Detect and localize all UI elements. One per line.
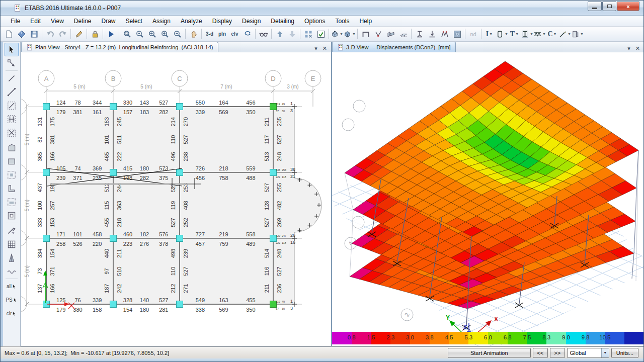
move-down[interactable]: [286, 28, 298, 40]
toolbar-separator: [255, 29, 256, 39]
maximize-button[interactable]: [602, 2, 616, 11]
draw-wall-tool[interactable]: [5, 182, 19, 195]
quick-draw-wall[interactable]: [5, 195, 19, 209]
step-forward-button[interactable]: >>: [550, 348, 565, 358]
view-elevation[interactable]: elv: [228, 28, 241, 40]
toolbar-separator: [119, 29, 119, 39]
panel-section[interactable]: ▼: [571, 28, 584, 40]
menu-define[interactable]: Define: [69, 16, 97, 26]
draw-frame[interactable]: [359, 28, 372, 40]
svg-text:115: 115: [104, 201, 110, 210]
rubber-band-zoom[interactable]: [121, 28, 133, 40]
frame-hinge[interactable]: [438, 28, 451, 40]
zoom-in[interactable]: [158, 28, 171, 40]
undo[interactable]: [44, 28, 56, 40]
i-section[interactable]: I▼: [483, 28, 496, 40]
draw-joint-check[interactable]: [372, 28, 384, 40]
quick-draw-floor[interactable]: [5, 168, 19, 182]
open-file[interactable]: [15, 28, 28, 40]
rect-section[interactable]: ▼: [496, 28, 508, 40]
view-3d-tab[interactable]: 3-D View - Displacements (DCon2) [mm]: [332, 42, 456, 52]
menu-view[interactable]: View: [46, 16, 69, 26]
select-previous[interactable]: PS: [5, 293, 19, 307]
select-all[interactable]: all: [5, 280, 19, 293]
draw-slant[interactable]: ▼: [558, 28, 571, 40]
previous-zoom[interactable]: [146, 28, 158, 40]
draw-floor-rect[interactable]: [5, 154, 19, 168]
coord-system-select[interactable]: Global ▼: [567, 348, 609, 358]
menu-tools[interactable]: Tools: [330, 16, 354, 26]
quick-draw-secondary-beams[interactable]: [5, 112, 19, 126]
menu-help[interactable]: Help: [354, 16, 377, 26]
start-animation-button[interactable]: Start Animation: [448, 348, 531, 358]
tower-tool[interactable]: [5, 251, 19, 264]
menu-assign[interactable]: Assign: [147, 16, 176, 26]
channel-section[interactable]: C▼: [546, 28, 558, 40]
view3d-dropdown-icon[interactable]: ▾: [627, 45, 630, 52]
point-load[interactable]: [426, 28, 438, 40]
plan-dropdown-icon[interactable]: ▾: [314, 45, 317, 52]
units-button[interactable]: Units...: [611, 348, 638, 358]
draw-floor-poly[interactable]: [5, 141, 19, 154]
plan-canvas[interactable]: ABCDE5 (m)5 (m)7 (m)3 (m)5 (m)5 (m)5 (m)…: [21, 52, 331, 346]
menu-draw[interactable]: Draw: [97, 16, 121, 26]
draw-deck[interactable]: [397, 28, 410, 40]
quick-draw-frame[interactable]: [5, 99, 19, 112]
pan[interactable]: [187, 28, 200, 40]
menu-options[interactable]: Options: [299, 16, 330, 26]
svg-text:245: 245: [116, 117, 122, 126]
svg-text:333: 333: [37, 218, 43, 227]
new-model[interactable]: [3, 28, 15, 40]
svg-text:223: 223: [123, 241, 132, 247]
zoom-out[interactable]: [171, 28, 184, 40]
menu-select[interactable]: Select: [121, 16, 147, 26]
perspective-toggle[interactable]: [257, 28, 270, 40]
move-up[interactable]: [273, 28, 286, 40]
plan-close-icon[interactable]: ✕: [323, 45, 327, 52]
divide-tool[interactable]: [5, 224, 19, 237]
svg-text:559: 559: [246, 165, 255, 171]
menu-design[interactable]: Design: [237, 16, 266, 26]
reshape-object[interactable]: [5, 56, 19, 70]
view3d-close-icon[interactable]: ✕: [635, 45, 640, 52]
lock-model[interactable]: [89, 28, 101, 40]
redo[interactable]: [56, 28, 69, 40]
truss-section[interactable]: ▼: [533, 28, 546, 40]
close-button[interactable]: ×: [617, 2, 639, 11]
wf-section[interactable]: ▼: [521, 28, 533, 40]
view-plan[interactable]: pln: [216, 28, 228, 40]
minimize-button[interactable]: [588, 2, 602, 11]
step-back-button[interactable]: <<: [533, 348, 548, 358]
svg-text:16: 16: [290, 240, 295, 245]
menu-file[interactable]: File: [6, 16, 25, 26]
tee-section[interactable]: T▼: [508, 28, 521, 40]
clear-selection[interactable]: clr: [5, 307, 19, 320]
extrude-cube[interactable]: ▼: [331, 28, 343, 40]
view-3d-canvas[interactable]: 432YXZ: [332, 52, 644, 346]
menu-analyze[interactable]: Analyze: [176, 16, 207, 26]
support-icon[interactable]: [413, 28, 426, 40]
menu-detailing[interactable]: Detailing: [266, 16, 299, 26]
draw-frame-tool[interactable]: [5, 85, 19, 99]
mesh-grid[interactable]: [5, 237, 19, 251]
draw-wall[interactable]: [384, 28, 397, 40]
select-pointer[interactable]: [5, 43, 19, 56]
save-model[interactable]: [28, 28, 40, 40]
shrink-objects[interactable]: [302, 28, 314, 40]
menu-edit[interactable]: Edit: [25, 16, 46, 26]
menu-display[interactable]: Display: [207, 16, 237, 26]
legend-label: 2.3: [386, 334, 394, 340]
plan-view-tab[interactable]: Plan View - Story4 - Z = 13.2 (m) Longit…: [21, 42, 218, 52]
rotate-3d[interactable]: [241, 28, 254, 40]
draw-opening[interactable]: [5, 209, 19, 222]
restore-full-view[interactable]: [133, 28, 146, 40]
wave-tool[interactable]: [5, 264, 19, 278]
check-model[interactable]: [314, 28, 327, 40]
quick-draw-braces[interactable]: [5, 126, 19, 139]
run-analysis[interactable]: [105, 28, 117, 40]
draw-joint-tool[interactable]: [5, 71, 19, 85]
solid-cube[interactable]: ▼: [343, 28, 356, 40]
draw-pencil[interactable]: [72, 28, 85, 40]
view-3d[interactable]: 3-d: [203, 28, 216, 40]
section-picture[interactable]: [451, 28, 463, 40]
